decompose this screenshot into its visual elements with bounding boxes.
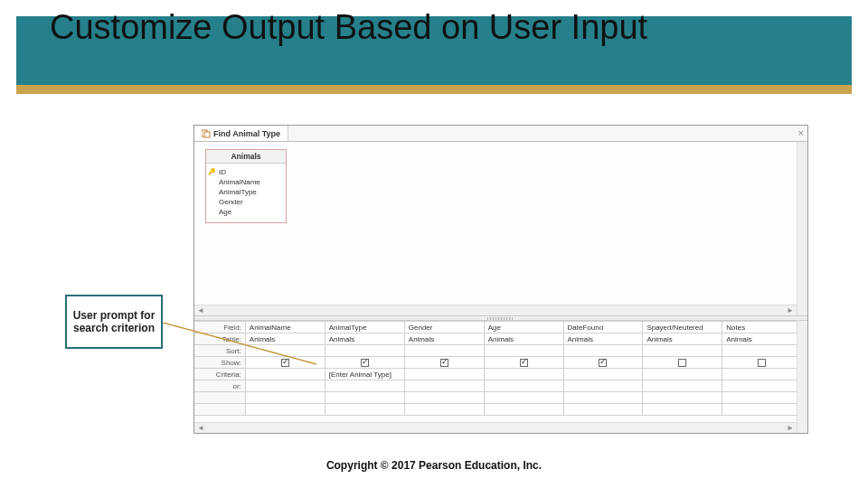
cell-table-4[interactable]: Animals <box>563 333 643 345</box>
cell-criteria-2[interactable] <box>404 369 484 380</box>
field-animaltype[interactable]: AnimalType <box>210 187 282 197</box>
row-label-table: Table: <box>194 333 245 345</box>
row-label-show: Show: <box>194 357 245 369</box>
close-tab-button[interactable]: × <box>798 127 804 138</box>
relationships-pane[interactable]: Animals ID AnimalName AnimalType Gender … <box>194 142 807 315</box>
show-checkbox-0[interactable] <box>281 359 289 367</box>
show-checkbox-1[interactable] <box>361 359 369 367</box>
cell-field-2[interactable]: Gender <box>404 322 484 333</box>
qbe-grid-pane: Field: AnimalName AnimalType Gender Age … <box>194 321 807 433</box>
cell-table-0[interactable]: Animals <box>245 333 325 345</box>
scroll-right-icon[interactable]: ► <box>784 306 797 314</box>
field-animalname[interactable]: AnimalName <box>210 177 282 187</box>
grid-row-extra1 <box>194 392 807 404</box>
upper-scrollbar-vertical[interactable] <box>797 142 807 315</box>
show-checkbox-2[interactable] <box>440 359 448 367</box>
cell-field-6[interactable]: Notes <box>722 322 802 333</box>
upper-scrollbar-horizontal[interactable]: ◄ ► <box>194 305 797 315</box>
cell-table-6[interactable]: Animals <box>722 333 802 345</box>
grid-row-field: Field: AnimalName AnimalType Gender Age … <box>194 322 807 333</box>
cell-field-4[interactable]: DateFound <box>563 322 643 333</box>
grid-scrollbar-vertical[interactable] <box>797 321 807 433</box>
copyright-text: Copyright © 2017 Pearson Education, Inc. <box>0 459 868 472</box>
svg-rect-2 <box>204 132 210 137</box>
grid-row-criteria: Criteria: [Enter Animal Type] <box>194 369 807 380</box>
field-age[interactable]: Age <box>210 207 282 217</box>
splitter-grip-icon <box>487 317 514 320</box>
grid-scrollbar-horizontal[interactable]: ◄ ► <box>194 422 797 433</box>
row-label-or: or: <box>194 380 245 392</box>
row-label-sort: Sort: <box>194 345 245 357</box>
cell-criteria-6[interactable] <box>722 369 802 380</box>
cell-table-5[interactable]: Animals <box>643 333 722 345</box>
query-icon <box>202 129 211 138</box>
cell-field-1[interactable]: AnimalType <box>325 322 404 333</box>
cell-criteria-0[interactable] <box>245 369 325 380</box>
grid-row-show: Show: <box>194 357 807 369</box>
qbe-grid[interactable]: Field: AnimalName AnimalType Gender Age … <box>194 321 807 416</box>
query-tab[interactable]: Find Animal Type <box>194 126 288 141</box>
grid-scroll-right-icon[interactable]: ► <box>784 424 797 432</box>
grid-row-extra2 <box>194 404 807 416</box>
grid-scroll-left-icon[interactable]: ◄ <box>194 424 207 432</box>
cell-field-3[interactable]: Age <box>484 322 563 333</box>
slide-title: Customize Output Based on User Input <box>50 7 647 49</box>
document-tab-bar: Find Animal Type × <box>194 126 807 142</box>
field-id[interactable]: ID <box>210 167 282 177</box>
scroll-left-icon[interactable]: ◄ <box>194 306 207 314</box>
access-query-window: Find Animal Type × Animals ID AnimalName… <box>193 125 808 434</box>
accent-bar <box>16 85 852 94</box>
cell-table-1[interactable]: Animals <box>325 333 404 345</box>
show-checkbox-3[interactable] <box>520 359 528 367</box>
table-fieldlist[interactable]: Animals ID AnimalName AnimalType Gender … <box>205 149 287 223</box>
show-checkbox-6[interactable] <box>758 359 766 367</box>
grid-row-table: Table: Animals Animals Animals Animals A… <box>194 333 807 345</box>
query-tab-label: Find Animal Type <box>213 129 280 138</box>
grid-row-sort: Sort: <box>194 345 807 357</box>
callout-box: User prompt for search criterion <box>65 295 163 349</box>
field-gender[interactable]: Gender <box>210 197 282 207</box>
cell-criteria-1[interactable]: [Enter Animal Type] <box>325 369 404 380</box>
row-label-field: Field: <box>194 322 245 333</box>
table-fieldlist-title: Animals <box>206 150 286 164</box>
cell-criteria-4[interactable] <box>563 369 643 380</box>
cell-table-2[interactable]: Animals <box>404 333 484 345</box>
grid-row-or: or: <box>194 380 807 392</box>
cell-field-0[interactable]: AnimalName <box>245 322 325 333</box>
cell-table-3[interactable]: Animals <box>484 333 563 345</box>
row-label-criteria: Criteria: <box>194 369 245 380</box>
cell-field-5[interactable]: Spayed/Neutered <box>643 322 722 333</box>
cell-criteria-5[interactable] <box>643 369 722 380</box>
show-checkbox-5[interactable] <box>678 359 686 367</box>
cell-criteria-3[interactable] <box>484 369 563 380</box>
show-checkbox-4[interactable] <box>599 359 607 367</box>
